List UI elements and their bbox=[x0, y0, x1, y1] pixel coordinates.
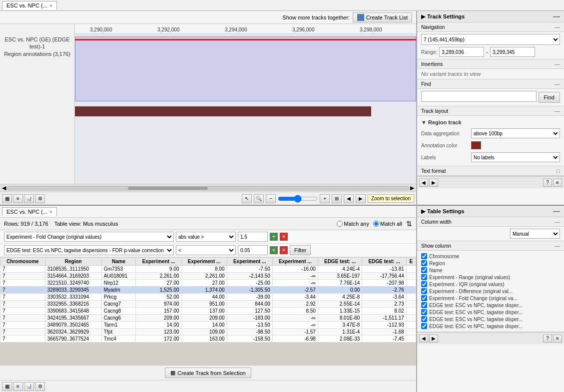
col-region[interactable]: Region bbox=[45, 258, 101, 266]
main-tab[interactable]: ESC vs. NPC (... × bbox=[2, 1, 57, 9]
table-back-btn[interactable]: ◀ bbox=[419, 335, 428, 343]
zoom-minus-btn[interactable]: − bbox=[266, 194, 276, 203]
filter2-op-select[interactable]: < bbox=[176, 245, 236, 255]
table-row[interactable]: 73154664..3169203AU0180912,261.002,261.0… bbox=[0, 273, 416, 280]
track-settings-minimize[interactable]: — bbox=[553, 12, 560, 20]
nav-prev-btn[interactable]: ◀ bbox=[344, 194, 354, 203]
scroll-left-arrow[interactable]: ◀ bbox=[1, 185, 7, 191]
table-row[interactable]: 73424195..3435667Cacng6209.00209.00-183.… bbox=[0, 315, 416, 322]
table-btn[interactable]: ≡ bbox=[13, 194, 23, 203]
create-track-from-selection-button[interactable]: ▦ Create Track from Selection bbox=[165, 368, 251, 378]
data-aggregation-select[interactable]: above 100bp bbox=[471, 128, 560, 138]
show-column-checkbox[interactable] bbox=[421, 260, 427, 266]
insertions-minimize[interactable]: — bbox=[555, 61, 560, 67]
table-row[interactable]: 73390683..3415648Cacng8157.00137.00127.5… bbox=[0, 308, 416, 315]
col-chromosome[interactable]: Chromosome bbox=[0, 258, 45, 266]
main-tab-close[interactable]: × bbox=[49, 3, 52, 8]
genome-scrollbar-h[interactable]: ◀ ▶ bbox=[0, 184, 416, 192]
show-column-checkbox[interactable] bbox=[421, 288, 427, 294]
table-row[interactable]: 73489079..3502465Tarm114.0014.00-13.50-∞… bbox=[0, 322, 416, 329]
filter-apply-button[interactable]: Filter bbox=[290, 245, 311, 255]
range-from-input[interactable] bbox=[439, 47, 484, 57]
find-button[interactable]: Find bbox=[539, 92, 560, 103]
find-minimize[interactable]: — bbox=[555, 81, 560, 87]
show-column-minimize[interactable]: — bbox=[555, 243, 560, 249]
show-column-checkbox[interactable] bbox=[421, 316, 427, 322]
fit-btn[interactable]: ⊞ bbox=[332, 194, 342, 203]
col-exp1[interactable]: Experiment ... bbox=[136, 258, 181, 266]
table-config-btn[interactable]: ⚙ bbox=[35, 382, 45, 391]
table-overview-btn[interactable]: ▦ bbox=[2, 382, 12, 391]
table-settings-minimize[interactable]: — bbox=[553, 207, 560, 215]
filter2-value-input[interactable] bbox=[238, 245, 268, 255]
forward-btn[interactable]: ▶ bbox=[429, 179, 438, 187]
table-list-btn[interactable]: ≡ bbox=[13, 382, 23, 391]
zoom-in-btn[interactable]: 🔍 bbox=[254, 194, 264, 203]
table-tab[interactable]: ESC vs. NPC (... × bbox=[2, 207, 57, 216]
show-column-checkbox[interactable] bbox=[421, 323, 427, 329]
help-btn[interactable]: ? bbox=[543, 179, 552, 187]
cursor-btn[interactable]: ↖ bbox=[242, 194, 252, 203]
table-chart2-btn[interactable]: 📊 bbox=[24, 382, 34, 391]
sort-icon[interactable]: ⇅ bbox=[406, 220, 412, 228]
chart-btn[interactable]: 📊 bbox=[24, 194, 34, 203]
options-btn[interactable]: ≡ bbox=[553, 179, 562, 187]
table-row[interactable]: 73221510..3249740Nlrp1227.0027.00-25.00-… bbox=[0, 280, 416, 287]
filter2-column-select[interactable]: EDGE test: ESC vs NPC, tagwise dispersio… bbox=[4, 245, 174, 255]
table-row[interactable]: 73289033..3299345Myadm1,525.001,374.00-1… bbox=[0, 287, 416, 294]
scrollbar-thumb[interactable] bbox=[128, 187, 208, 190]
show-column-checkbox[interactable] bbox=[421, 295, 427, 301]
data-table[interactable]: Chromosome Region Name Experiment ... Ex… bbox=[0, 257, 416, 365]
labels-select[interactable]: No labels bbox=[471, 152, 560, 162]
scroll-right-arrow[interactable]: ▶ bbox=[409, 185, 415, 191]
table-row[interactable]: 73303532..3331094Prkcg52.0044.00-39.00-3… bbox=[0, 294, 416, 301]
text-format-expand[interactable]: □ bbox=[557, 168, 560, 174]
track-layout-minimize[interactable]: — bbox=[555, 108, 560, 114]
zoom-plus-btn[interactable]: + bbox=[320, 194, 330, 203]
col-exp2[interactable]: Experiment ... bbox=[181, 258, 227, 266]
back-btn[interactable]: ◀ bbox=[419, 179, 428, 187]
table-row[interactable]: 73332955..3368216Cacng7974.00951.00844.0… bbox=[0, 301, 416, 308]
find-text-input[interactable] bbox=[421, 91, 537, 102]
column-width-minimize[interactable]: — bbox=[555, 219, 560, 225]
filter1-column-select[interactable]: Experiment - Fold Change (original value… bbox=[4, 232, 174, 242]
col-name[interactable]: Name bbox=[101, 258, 136, 266]
table-help-btn[interactable]: ? bbox=[543, 335, 552, 343]
show-column-checkbox[interactable] bbox=[421, 274, 427, 280]
create-track-list-button[interactable]: Create Track List bbox=[353, 12, 412, 22]
col-e[interactable]: E bbox=[406, 258, 416, 266]
filter1-add-button[interactable]: + bbox=[270, 233, 278, 241]
show-column-checkbox[interactable] bbox=[421, 309, 427, 315]
column-width-select[interactable]: Manual bbox=[510, 229, 560, 239]
match-all-option[interactable]: Match all bbox=[373, 221, 402, 227]
table-options-btn[interactable]: ≡ bbox=[553, 335, 562, 343]
nav-minimize[interactable]: — bbox=[555, 24, 560, 30]
table-forward-btn[interactable]: ▶ bbox=[429, 335, 438, 343]
show-column-checkbox[interactable] bbox=[421, 253, 427, 259]
zoom-slider[interactable] bbox=[278, 195, 318, 203]
overview-btn[interactable]: ▦ bbox=[2, 194, 12, 203]
nav-next-btn[interactable]: ▶ bbox=[356, 194, 366, 203]
show-column-checkbox[interactable] bbox=[421, 267, 427, 273]
filter1-del-button[interactable]: × bbox=[280, 233, 288, 241]
match-any-option[interactable]: Match any bbox=[337, 221, 369, 227]
table-row[interactable]: 73108535..3111950Gm73539.008.00-7.50-16.… bbox=[0, 266, 416, 273]
show-column-checkbox[interactable] bbox=[421, 302, 427, 308]
col-exp3[interactable]: Experiment ... bbox=[227, 258, 272, 266]
config-btn[interactable]: ⚙ bbox=[35, 194, 45, 203]
annotation-color-swatch[interactable] bbox=[471, 141, 481, 149]
range-to-input[interactable] bbox=[490, 47, 535, 57]
show-column-checkbox[interactable] bbox=[421, 281, 427, 287]
chromosome-select[interactable]: 7 (145,441,459bp) bbox=[421, 34, 560, 45]
col-edge1[interactable]: EDGE test: ... bbox=[318, 258, 362, 266]
col-exp4[interactable]: Experiment ... bbox=[272, 258, 318, 266]
filter2-del-button[interactable]: × bbox=[280, 246, 288, 254]
filter2-add-button[interactable]: + bbox=[270, 246, 278, 254]
table-row[interactable]: 73665790..3677524Tmc4172.00163.00-158.50… bbox=[0, 336, 416, 343]
table-row[interactable]: 73620324..3629929Tfpt123.00109.00-98.50-… bbox=[0, 329, 416, 336]
filter1-value-input[interactable] bbox=[238, 232, 268, 242]
col-edge2[interactable]: EDGE test: ... bbox=[362, 258, 406, 266]
scrollbar-track[interactable] bbox=[7, 186, 409, 190]
table-tab-close[interactable]: × bbox=[49, 209, 52, 215]
filter1-op-select[interactable]: abs value > bbox=[176, 232, 236, 242]
